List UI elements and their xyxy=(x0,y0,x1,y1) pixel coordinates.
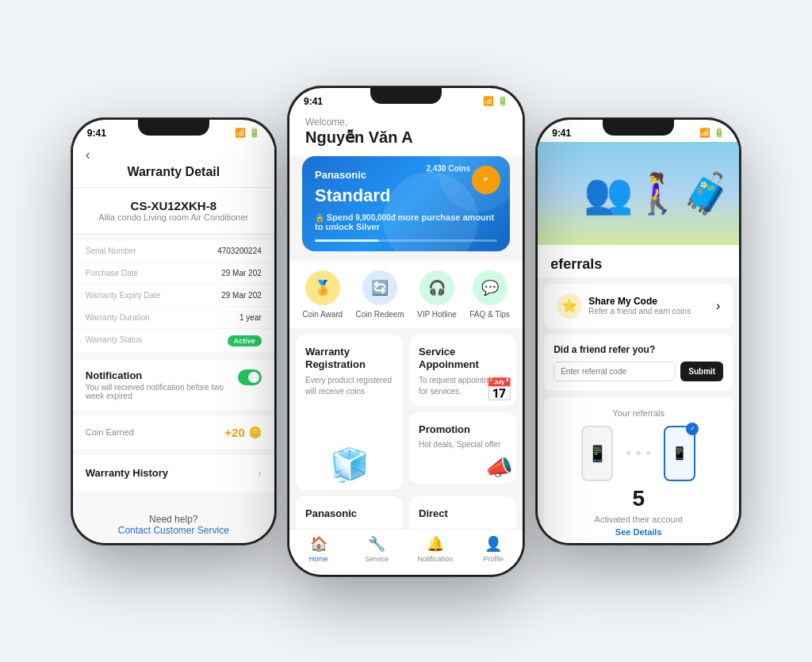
service-icon: 🔧 xyxy=(368,535,385,553)
page-title: Warranty Detail xyxy=(86,165,262,179)
center-header: Welcome, Nguyễn Văn A xyxy=(289,110,523,156)
warranty-reg-title: WarrantyRegistration xyxy=(305,346,393,373)
status-time-right: 9:41 xyxy=(552,128,571,139)
welcome-text: Welcome, xyxy=(305,117,507,128)
device-model: CS-XU12XKH-8 xyxy=(86,199,262,212)
card-brand: Panasonic xyxy=(315,169,497,181)
share-code-arrow: › xyxy=(716,299,720,313)
bottom-nav: 🏠 Home 🔧 Service 🔔 Notification 👤 Profil… xyxy=(289,529,523,575)
serial-row: Serial Number 4703200224 xyxy=(73,240,274,262)
submit-button[interactable]: Submit xyxy=(680,362,723,381)
referrals-title: eferrals xyxy=(538,245,739,277)
referral-stats: Your referrals 📱 • • • 📱 ✓ 5 Activated t… xyxy=(544,397,733,543)
info-rows: Serial Number 4703200224 Purchase Date 2… xyxy=(73,240,274,354)
promo-image: 📣 xyxy=(485,454,513,480)
action-vip-hotline[interactable]: 🎧 VIP Hotline xyxy=(417,270,457,319)
connector-dots: • • • xyxy=(626,444,651,462)
center-phone: 9:41 📶🔋 Welcome, Nguyễn Văn A 2,430 Coin… xyxy=(287,86,525,577)
home-icon: 🏠 xyxy=(310,535,327,553)
nav-notification[interactable]: 🔔 Notification xyxy=(406,535,465,563)
direct-title: Direct xyxy=(419,507,507,521)
right-phone: 9:41 📶🔋 👥🚶‍♀️🧳 eferrals xyxy=(535,117,741,545)
action-faq[interactable]: 💬 FAQ & Tips xyxy=(469,270,510,319)
status-time-left: 9:41 xyxy=(87,128,106,139)
phone-icon-right: 📱 ✓ xyxy=(664,426,695,481)
notification-icon: 🔔 xyxy=(427,535,444,553)
promo-sub: Hot deals, Special offer xyxy=(419,439,507,450)
status-time-center: 9:41 xyxy=(304,96,323,107)
promotion-card[interactable]: Promotion Hot deals, Special offer 📣 xyxy=(409,412,516,484)
profile-icon: 👤 xyxy=(485,535,502,553)
promo-title: Promotion xyxy=(419,423,507,437)
need-help-text: Need help? xyxy=(86,514,262,525)
coin-badge: P xyxy=(472,166,500,194)
notification-title: Notification xyxy=(86,369,239,381)
panasonic-title: Panasonic xyxy=(305,507,393,521)
nav-profile[interactable]: 👤 Profile xyxy=(465,535,523,563)
referral-question-section: Did a friend refer you? Submit xyxy=(544,335,733,391)
card-progress-fill xyxy=(315,239,379,242)
nav-service[interactable]: 🔧 Service xyxy=(348,535,407,563)
referral-stats-title: Your referrals xyxy=(555,408,722,418)
action-coin-redeem[interactable]: 🔄 Coin Redeem xyxy=(356,270,404,319)
referral-input-row: Submit xyxy=(553,362,723,381)
notification-toggle[interactable] xyxy=(238,369,261,385)
card-progress xyxy=(315,239,497,242)
sky-illustration: 👥🚶‍♀️🧳 xyxy=(538,142,739,245)
status-icons-center: 📶🔋 xyxy=(483,96,508,106)
duration-row: Warranty Duration 1 year xyxy=(73,307,274,329)
phone-icon-left: 📱 xyxy=(581,426,613,481)
status-icons-right: 📶🔋 xyxy=(699,128,725,138)
share-code-left: ⭐ Share My Code Refer a friend and earn … xyxy=(557,293,691,319)
contact-link[interactable]: Contact Customer Service xyxy=(86,525,262,536)
referral-code-input[interactable] xyxy=(553,362,676,381)
service-appointment-card[interactable]: ServiceAppoinment To request appointment… xyxy=(409,335,516,406)
coin-award-label: Coin Award xyxy=(302,310,343,319)
device-info: CS-XU12XKH-8 Alila condo Living room Air… xyxy=(73,188,274,234)
warranty-reg-sub: Every product registered will receive co… xyxy=(305,375,393,397)
user-name: Nguyễn Văn A xyxy=(305,128,507,147)
left-header: ‹ Warranty Detail xyxy=(73,142,274,188)
coin-icon: 🪙 xyxy=(248,426,262,438)
see-details-link[interactable]: See Details xyxy=(555,527,722,537)
referral-activated-text: Activated their account xyxy=(555,515,722,524)
nav-home-label: Home xyxy=(309,555,328,563)
purchase-row: Purchase Date 29 Mar 202 xyxy=(73,262,274,285)
warranty-history-arrow: › xyxy=(257,466,261,480)
warranty-registration-card[interactable]: WarrantyRegistration Every product regis… xyxy=(296,335,403,490)
vip-hotline-label: VIP Hotline xyxy=(417,310,457,319)
expiry-row: Warranty Expiry Date 29 Mar 202 xyxy=(73,285,274,307)
share-code-icon: ⭐ xyxy=(557,293,582,319)
need-help-section: Need help? Contact Customer Service xyxy=(73,498,274,543)
people-illustration: 👥🚶‍♀️🧳 xyxy=(584,170,731,216)
referral-count: 5 xyxy=(555,486,722,511)
coin-award-icon: 🏅 xyxy=(305,270,340,305)
faq-icon: 💬 xyxy=(473,270,508,305)
action-coin-award[interactable]: 🏅 Coin Award xyxy=(302,270,343,319)
coin-count: 2,430 Coins xyxy=(426,164,470,173)
warranty-reg-image: 🧊 xyxy=(330,446,370,484)
service-appt-image: 📅 xyxy=(485,377,513,403)
coin-earned-label: Coin Earned xyxy=(86,427,134,437)
services-grid: WarrantyRegistration Every product regis… xyxy=(289,335,523,490)
share-code-row[interactable]: ⭐ Share My Code Refer a friend and earn … xyxy=(544,284,733,328)
referral-question-title: Did a friend refer you? xyxy=(553,344,723,355)
referrals-header-bg: 👥🚶‍♀️🧳 xyxy=(538,142,739,245)
share-code-sub: Refer a friend and earn coins xyxy=(588,307,691,316)
nav-home[interactable]: 🏠 Home xyxy=(289,535,348,563)
coin-earned-value: +20 🪙 xyxy=(224,426,261,439)
share-code-title: Share My Code xyxy=(588,296,691,307)
coin-redeem-icon: 🔄 xyxy=(362,270,397,305)
status-row: Warranty Status Active xyxy=(73,329,274,354)
status-icons-left: 📶🔋 xyxy=(235,128,260,138)
nav-profile-label: Profile xyxy=(483,555,504,563)
check-badge: ✓ xyxy=(686,423,699,435)
quick-actions: 🏅 Coin Award 🔄 Coin Redeem 🎧 VIP Hotline… xyxy=(289,261,523,328)
back-button[interactable]: ‹ xyxy=(86,147,262,163)
warranty-history-label: Warranty History xyxy=(86,467,168,479)
card-level: Standard xyxy=(315,186,497,206)
phone-icons-row: 📱 • • • 📱 ✓ xyxy=(555,426,722,481)
service-appt-title: ServiceAppoinment xyxy=(419,346,507,373)
left-phone: 9:41 📶🔋 ‹ Warranty Detail CS-XU12XKH-8 A… xyxy=(71,117,277,545)
warranty-history-row[interactable]: Warranty History › xyxy=(73,455,274,492)
